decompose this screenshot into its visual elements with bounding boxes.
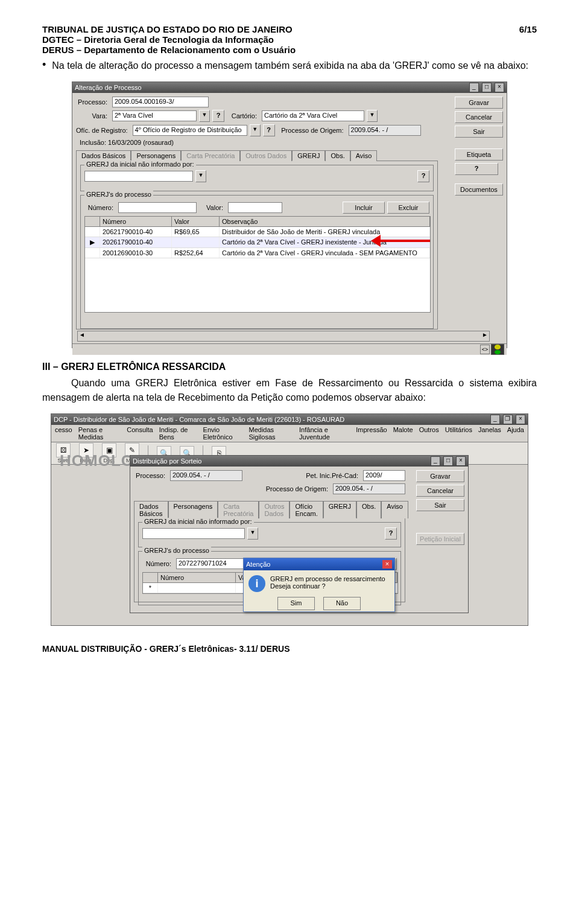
section-title: III – GRERJ ELETRÔNICA RESSARCIDA [42,362,537,372]
tab-obs[interactable]: Obs. [325,150,350,161]
tab-personagens[interactable]: Personagens [131,150,181,161]
cartorio-field[interactable]: Cartório da 2ª Vara Cível [262,110,364,121]
col-marker [143,573,158,582]
tab-oficio[interactable]: Ofício Encam. [290,501,323,518]
dialog-no-button[interactable]: Não [323,597,361,610]
sair-button[interactable]: Sair [416,499,464,511]
ofic-field[interactable]: 4º Ofício de Registro de Distribuição [133,125,247,136]
documentos-button[interactable]: Documentos [455,183,503,196]
tab-aviso[interactable]: Aviso [350,150,378,161]
menu-item[interactable]: Outros [419,426,439,441]
col-numero[interactable]: Número [100,217,172,226]
col-valor[interactable]: Valor [172,217,220,226]
motivo-field[interactable] [84,171,193,182]
motivo-field[interactable] [142,528,245,539]
valor-field[interactable] [228,202,282,213]
procorigem-field: 2009.054. - / [333,483,405,494]
sair-button[interactable]: Sair [455,126,503,138]
table-row[interactable]: 20621790010-40 R$69,65 Distribuidor de S… [85,227,430,237]
tab-outros-dados: Outros Dados [240,150,292,161]
group-grerj-processo: GRERJ's do processo [142,547,211,554]
minimize-icon[interactable]: _ [431,456,440,466]
procorigem-label: Processo de Origem: [256,485,331,492]
etiqueta-button[interactable]: Etiqueta [455,148,503,161]
table-row[interactable]: 20012690010-30 R$252,64 Cartório da 2ª V… [85,248,430,258]
window-titlebar: Alteração de Processo _ □ × [72,82,507,93]
col-observacao[interactable]: Observação [220,217,430,226]
gravar-button[interactable]: Gravar [416,470,464,482]
menu-item[interactable]: Ajuda [507,426,524,441]
vara-help-icon[interactable]: ? [212,110,224,122]
window-titlebar-2: DCP - Distribuidor de São João de Meriti… [51,414,528,425]
motivo-dropdown-icon[interactable]: ▼ [195,170,206,182]
traffic-icon [491,344,504,355]
maximize-icon[interactable]: □ [482,83,492,92]
menu-item[interactable]: Malote [393,426,413,441]
close-icon[interactable]: × [516,415,525,424]
dialog-close-icon[interactable]: × [382,560,392,569]
window-title: Alteração de Processo [75,84,142,91]
tab-grerj[interactable]: GRERJ [323,501,356,518]
page-number: 6/15 [519,24,537,34]
ofic-label: Ofíc. de Registro: [76,127,130,134]
cell-numero: 20261790010-40 [100,237,172,247]
minimize-icon[interactable]: _ [490,415,500,424]
help-button[interactable]: ? [455,163,498,175]
pet-label: Pet. Inic.Pré-Cad: [301,472,361,479]
menu-item[interactable]: Envio Eletrônico [203,426,243,441]
procorigem-label: Processo de Origem: [277,127,346,134]
menu-item[interactable]: Medidas Sigilosas [249,426,294,441]
menu-item[interactable]: Indisp. de Bens [159,426,197,441]
cancelar-button[interactable]: Cancelar [416,485,464,497]
close-icon[interactable]: × [456,456,466,466]
menu-item[interactable]: Penas e Medidas [78,426,121,441]
cartorio-dropdown-icon[interactable]: ▼ [367,110,378,122]
inner-window-title: Distribuição por Sorteio [133,457,201,465]
motivo-help-icon[interactable]: ? [417,170,429,182]
tab-aviso[interactable]: Aviso [381,501,408,518]
cell-valor: R$69,65 [172,227,220,237]
gravar-button[interactable]: Gravar [455,97,503,109]
tab-obs[interactable]: Obs. [356,501,381,518]
menu-item[interactable]: Consulta [127,426,153,441]
ofic-dropdown-icon[interactable]: ▼ [250,124,261,136]
cell-obs: Distribuidor de São João de Meriti - GRE… [220,227,430,237]
vara-field[interactable]: 2ª Vara Cível [112,110,197,121]
section-text: Quando uma GRERJ Eletrônica estiver em F… [42,376,537,405]
dialog-yes-button[interactable]: Sim [277,597,315,610]
col-marker [85,217,100,226]
dialog-title: Atenção [246,561,270,568]
tab-dados-basicos[interactable]: Dados Básicos [134,501,168,518]
app-title: DCP - Distribuidor de São João de Meriti… [54,416,344,423]
cancelar-button[interactable]: Cancelar [455,111,503,123]
menu-item[interactable]: Janelas [478,426,501,441]
vara-dropdown-icon[interactable]: ▼ [199,110,210,122]
scrollbar-horizontal[interactable]: ◄► [77,331,490,342]
tab-outros-dados: Outros Dados [259,501,290,518]
menu-item[interactable]: Impressão [356,426,387,441]
motivo-dropdown-icon[interactable]: ▼ [247,527,258,540]
minimize-icon[interactable]: _ [469,83,479,92]
motivo-help-icon[interactable]: ? [385,527,397,540]
group-grerj-processo: GRERJ's do processo [84,191,153,198]
tab-personagens[interactable]: Personagens [168,501,218,518]
ofic-help-icon[interactable]: ? [263,124,275,136]
screenshot-alteracao: Alteração de Processo _ □ × Gravar Cance… [72,81,507,348]
restore-icon[interactable]: ❐ [503,415,513,424]
incluir-button[interactable]: Incluir [343,202,385,214]
menu-item[interactable]: cesso [55,426,72,441]
menu-item[interactable]: Utilitários [445,426,472,441]
numero-field[interactable] [118,202,197,213]
close-icon[interactable]: × [495,83,504,92]
excluir-button[interactable]: Excluir [387,202,429,214]
processo-field[interactable]: 2009.054.000169-3/ [112,97,209,107]
tab-dados-basicos[interactable]: Dados Básicos [76,150,131,161]
col-numero[interactable]: Número [158,573,236,582]
cell-valor: R$252,64 [172,248,220,258]
pet-field[interactable]: 2009/ [363,470,405,481]
numero-label: Número: [84,204,116,211]
table-row[interactable]: ▶ 20261790010-40 Cartório da 2ª Vara Cív… [85,237,430,248]
maximize-icon[interactable]: □ [443,456,453,466]
menu-item[interactable]: Infância e Juventude [299,426,350,441]
tab-grerj[interactable]: GRERJ [292,150,325,161]
